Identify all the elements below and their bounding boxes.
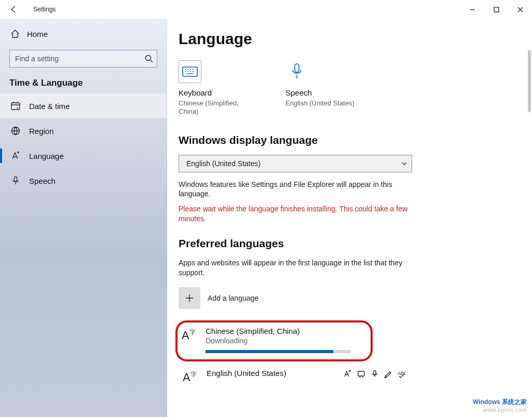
svg-point-1 bbox=[146, 56, 151, 61]
svg-rect-2 bbox=[11, 103, 20, 110]
language-a-char-icon: A字 bbox=[180, 327, 200, 343]
tts-icon bbox=[357, 370, 365, 378]
page-title: Language bbox=[179, 30, 526, 48]
svg-text:A: A bbox=[183, 371, 190, 384]
sidebar-item-language[interactable]: Language bbox=[0, 143, 167, 168]
tile-speech[interactable]: Speech English (United States) bbox=[285, 60, 363, 116]
tile-label: Speech bbox=[285, 88, 363, 97]
plus-icon bbox=[185, 293, 194, 303]
svg-rect-0 bbox=[494, 7, 499, 12]
search-icon bbox=[145, 55, 153, 63]
sidebar-item-label: Region bbox=[29, 127, 54, 136]
svg-rect-16 bbox=[295, 64, 299, 72]
language-status: Downloading bbox=[206, 337, 365, 345]
speech-rec-icon bbox=[371, 370, 379, 378]
spellcheck-icon: ABC bbox=[398, 370, 406, 378]
maximize-icon bbox=[494, 7, 499, 12]
language-name: English (United States) bbox=[207, 369, 338, 378]
language-a-char-icon: A字 bbox=[181, 369, 201, 385]
titlebar: Settings bbox=[0, 0, 532, 19]
sidebar-item-speech[interactable]: Speech bbox=[0, 168, 167, 193]
search-input[interactable] bbox=[9, 50, 157, 68]
preferred-languages-desc: Apps and websites will appear in the fir… bbox=[179, 258, 412, 278]
svg-rect-21 bbox=[358, 371, 364, 376]
language-feature-icons: ABC bbox=[344, 369, 406, 378]
tile-sub: Chinese (Simplified, China) bbox=[179, 99, 256, 116]
sidebar-item-region[interactable]: Region bbox=[0, 118, 167, 143]
sidebar-item-label: Language bbox=[29, 152, 64, 160]
arrow-left-icon bbox=[9, 5, 18, 14]
language-a-icon bbox=[10, 151, 21, 160]
tile-keyboard[interactable]: Keyboard Chinese (Simplified, China) bbox=[179, 60, 256, 116]
sidebar: Home Time & Language Date & time bbox=[0, 19, 167, 417]
svg-rect-22 bbox=[374, 370, 376, 374]
content: Language Keyboard Chinese (Simplified, C… bbox=[167, 19, 532, 417]
microphone-icon bbox=[10, 176, 21, 185]
sidebar-item-label: Date & time bbox=[29, 102, 70, 111]
display-lang-icon bbox=[344, 370, 352, 378]
svg-point-3 bbox=[17, 107, 18, 109]
clock-icon bbox=[10, 101, 21, 111]
display-language-desc: Windows features like Settings and File … bbox=[179, 180, 412, 199]
sidebar-home-label: Home bbox=[27, 30, 48, 38]
close-icon bbox=[517, 7, 523, 12]
minimize-button[interactable] bbox=[460, 0, 484, 19]
minimize-icon bbox=[470, 7, 475, 12]
sidebar-search[interactable] bbox=[9, 50, 157, 68]
svg-text:字: 字 bbox=[190, 371, 197, 378]
add-language-row[interactable]: Add a language bbox=[179, 287, 526, 309]
download-progress bbox=[206, 350, 351, 353]
svg-text:ABC: ABC bbox=[398, 371, 406, 376]
preferred-languages-heading: Preferred languages bbox=[179, 237, 526, 250]
sidebar-item-label: Speech bbox=[29, 177, 56, 185]
dropdown-value: English (United States) bbox=[186, 159, 261, 168]
maximize-button[interactable] bbox=[484, 0, 508, 19]
language-name: Chinese (Simplified, China) bbox=[206, 327, 365, 335]
back-button[interactable] bbox=[4, 0, 23, 19]
keyboard-icon bbox=[179, 60, 201, 83]
sidebar-nav: Date & time Region Language bbox=[0, 93, 167, 193]
scrollbar[interactable] bbox=[528, 50, 531, 112]
annotation-highlight: A字 Chinese (Simplified, China) Downloadi… bbox=[175, 320, 373, 361]
home-icon bbox=[10, 29, 20, 38]
chevron-down-icon bbox=[401, 160, 407, 167]
speech-icon bbox=[285, 60, 308, 83]
language-item-english[interactable]: A字 English (United States) ABC bbox=[179, 364, 411, 393]
close-button[interactable] bbox=[508, 0, 532, 19]
display-language-warning: Please wait while the language finishes … bbox=[179, 204, 412, 224]
globe-icon bbox=[10, 126, 21, 136]
tile-label: Keyboard bbox=[179, 88, 256, 97]
svg-text:字: 字 bbox=[189, 329, 196, 336]
display-language-heading: Windows display language bbox=[179, 134, 526, 146]
add-language-label: Add a language bbox=[208, 294, 258, 302]
window-title: Settings bbox=[33, 6, 56, 13]
svg-rect-5 bbox=[15, 177, 17, 182]
language-item-chinese[interactable]: A字 Chinese (Simplified, China) Downloadi… bbox=[180, 327, 365, 353]
handwriting-icon bbox=[384, 370, 392, 378]
svg-text:A: A bbox=[182, 329, 189, 342]
add-language-button[interactable] bbox=[179, 287, 200, 309]
tile-sub: English (United States) bbox=[285, 99, 363, 107]
watermark: Windows 系统之家 www.bjjmlv.com bbox=[473, 398, 527, 413]
sidebar-item-date-time[interactable]: Date & time bbox=[0, 93, 167, 118]
sidebar-category: Time & Language bbox=[0, 73, 167, 93]
display-language-dropdown[interactable]: English (United States) bbox=[179, 155, 412, 172]
sidebar-home[interactable]: Home bbox=[0, 22, 167, 46]
